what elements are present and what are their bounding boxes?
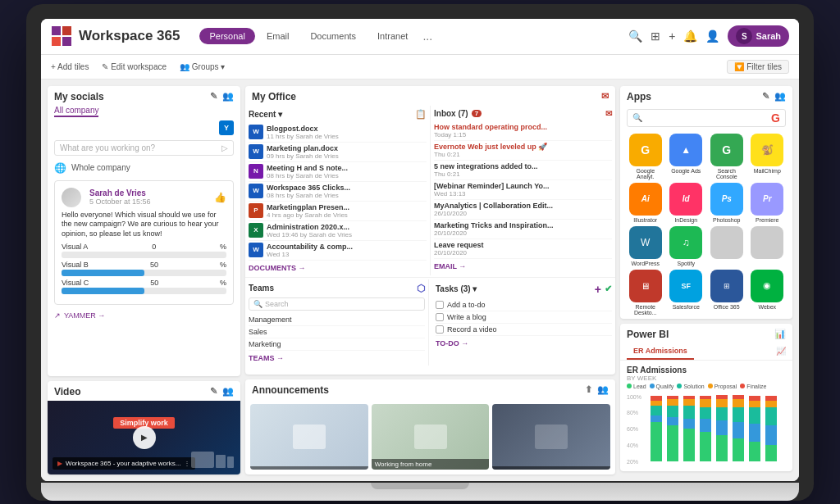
file-item[interactable]: W Accountability & comp... Wed 13	[249, 241, 427, 261]
teams-link[interactable]: TEAMS →	[249, 354, 425, 362]
app-item[interactable]: Id InDesign	[668, 183, 705, 223]
todo-link[interactable]: TO-DO →	[436, 339, 612, 347]
announce-people-icon[interactable]: 👥	[597, 384, 609, 395]
app-tile[interactable]: 🐒	[751, 134, 783, 166]
app-item[interactable]: Ai Illustrator	[627, 183, 664, 223]
nav-pill-email[interactable]: Email	[257, 28, 299, 44]
email-item[interactable]: 5 new integrations added to... Thu 0:21	[434, 161, 612, 180]
announce-share-icon[interactable]: ⬆	[585, 384, 592, 395]
video-thumbnail[interactable]: ▶ Workspace 365 - your adaptive works...…	[48, 401, 240, 474]
video-edit-icon[interactable]: ✎	[210, 386, 217, 397]
app-item[interactable]: G Search Console	[708, 134, 746, 179]
video-people-icon[interactable]: 👥	[222, 386, 234, 397]
powerbi-tab[interactable]: ER Admissions	[627, 343, 694, 360]
task-cb-3[interactable]	[436, 325, 444, 334]
app-item[interactable]	[749, 226, 787, 266]
announce-item-3[interactable]	[492, 404, 610, 470]
task-cb-1[interactable]	[436, 301, 444, 309]
app-item[interactable]: W WordPress	[627, 226, 664, 266]
add-tiles-btn[interactable]: + Add tiles	[51, 62, 89, 71]
app-item[interactable]: ▲ Google Ads	[668, 134, 705, 179]
bar-segment	[683, 429, 695, 461]
filter-tiles-btn[interactable]: 🔽 Filter tiles	[727, 60, 789, 74]
email-item[interactable]: Leave request 20/10/2020	[434, 239, 612, 259]
announce-item-1[interactable]	[250, 404, 368, 470]
app-tile[interactable]	[751, 226, 783, 259]
app-item[interactable]: ◉ Webex	[749, 270, 787, 316]
play-button[interactable]: ▶	[133, 426, 156, 449]
app-tile[interactable]: Ai	[629, 183, 662, 216]
add-icon[interactable]: +	[669, 30, 675, 43]
email-item[interactable]: Marketing Tricks and Inspiration... 20/1…	[434, 220, 612, 239]
app-tile[interactable]: Id	[669, 183, 702, 216]
email-item[interactable]: How standard operating procd... Today 1:…	[434, 121, 612, 141]
like-icon[interactable]: 👍	[214, 192, 226, 203]
app-item[interactable]: Pr Premiere	[749, 183, 787, 223]
nav-pill-personal[interactable]: Personal	[199, 28, 254, 44]
documents-link[interactable]: DOCUMENTS →	[249, 264, 427, 272]
file-item[interactable]: W Marketing plan.docx 09 hrs by Sarah de…	[249, 143, 427, 162]
app-tile[interactable]: 🖥	[629, 270, 662, 302]
teams-search[interactable]: 🔍 Search	[249, 297, 425, 311]
email-item[interactable]: [Webinar Reminder] Launch Yo... Wed 13:1…	[434, 180, 612, 200]
file-item[interactable]: P Marketingplan Presen... 4 hrs ago by S…	[249, 202, 427, 221]
app-item[interactable]: SF Salesforce	[668, 270, 705, 316]
app-item[interactable]: ♫ Spotify	[668, 226, 705, 266]
socials-tab-company[interactable]: All company	[54, 106, 98, 117]
socials-edit-icon[interactable]: ✎	[210, 91, 217, 102]
task-cb-2[interactable]	[436, 313, 444, 321]
search-icon[interactable]: 🔍	[628, 30, 642, 43]
app-tile[interactable]: G	[629, 134, 662, 166]
file-item[interactable]: W Blogpost.docx 11 hrs by Sarah de Vries	[249, 123, 427, 143]
file-item[interactable]: X Administration 2020.x... Wed 19:46 by …	[249, 221, 427, 241]
add-task-btn[interactable]: +	[595, 283, 601, 296]
team-marketing[interactable]: Marketing	[249, 338, 425, 351]
app-item[interactable]: 🖥 Remote Deskto...	[627, 270, 664, 316]
legend-item: Solution	[677, 384, 704, 389]
team-sales[interactable]: Sales	[249, 326, 425, 338]
yammer-link[interactable]: ↗ YAMMER →	[48, 308, 240, 323]
app-tile[interactable]	[710, 226, 743, 259]
socials-search[interactable]: What are you working on? ▷	[54, 140, 234, 156]
announce-item-2[interactable]: Working from home	[372, 404, 490, 470]
app-tile[interactable]: SF	[669, 270, 702, 302]
app-tile[interactable]: G	[710, 134, 743, 166]
app-tile[interactable]: ♫	[669, 226, 702, 259]
app-tile[interactable]: ⊞	[710, 270, 743, 302]
app-label: Salesforce	[673, 304, 700, 310]
app-tile[interactable]: Pr	[751, 183, 783, 216]
bell-icon[interactable]: 🔔	[683, 30, 697, 43]
video-menu-icon[interactable]: ⋮	[184, 460, 190, 467]
chart-bar-group	[715, 395, 730, 461]
email-meta: Today 1:15	[434, 131, 612, 138]
apps-people-icon[interactable]: 👥	[774, 91, 786, 102]
team-management[interactable]: Management	[249, 314, 425, 326]
app-tile[interactable]: ◉	[751, 270, 783, 302]
apps-search[interactable]: 🔍 G	[627, 109, 786, 127]
app-item[interactable]: ⊞ Office 365	[708, 270, 746, 316]
socials-people-icon[interactable]: 👥	[222, 91, 234, 102]
profile-icon[interactable]: 👤	[705, 30, 719, 43]
file-item[interactable]: W Workspace 365 Clicks... 08 hrs by Sara…	[249, 182, 427, 202]
user-avatar[interactable]: S Sarah	[728, 25, 789, 47]
email-item[interactable]: MyAnalytics | Collaboration Edit... 26/1…	[434, 200, 612, 220]
app-tile[interactable]: W	[629, 226, 662, 259]
app-tile[interactable]: Ps	[710, 183, 743, 216]
edit-workspace-btn[interactable]: ✎ Edit workspace	[102, 62, 167, 71]
file-name: Workspace 365 Clicks...	[267, 184, 427, 192]
file-item[interactable]: N Meeting H and S note... 08 hrs by Sara…	[249, 162, 427, 182]
email-link[interactable]: EMAIL →	[434, 262, 612, 270]
nav-pill-intranet[interactable]: Intranet	[368, 28, 418, 44]
app-item[interactable]: G Google Analyt.	[627, 134, 664, 179]
groups-btn[interactable]: 👥 Groups ▾	[180, 62, 225, 71]
apps-edit-icon[interactable]: ✎	[762, 91, 769, 102]
app-item[interactable]: 🐒 MailChimp	[749, 134, 787, 179]
grid-icon[interactable]: ⊞	[651, 30, 660, 43]
app-tile[interactable]: ▲	[669, 134, 702, 166]
nav-pill-documents[interactable]: Documents	[300, 28, 366, 44]
email-meta: 20/10/2020	[434, 249, 612, 257]
app-item[interactable]: Ps Photoshop	[708, 183, 746, 223]
email-item[interactable]: Evernote Web just leveled up 🚀 Thu 0:21	[434, 141, 612, 161]
app-item[interactable]	[708, 226, 746, 266]
nav-more[interactable]: ...	[422, 30, 432, 43]
